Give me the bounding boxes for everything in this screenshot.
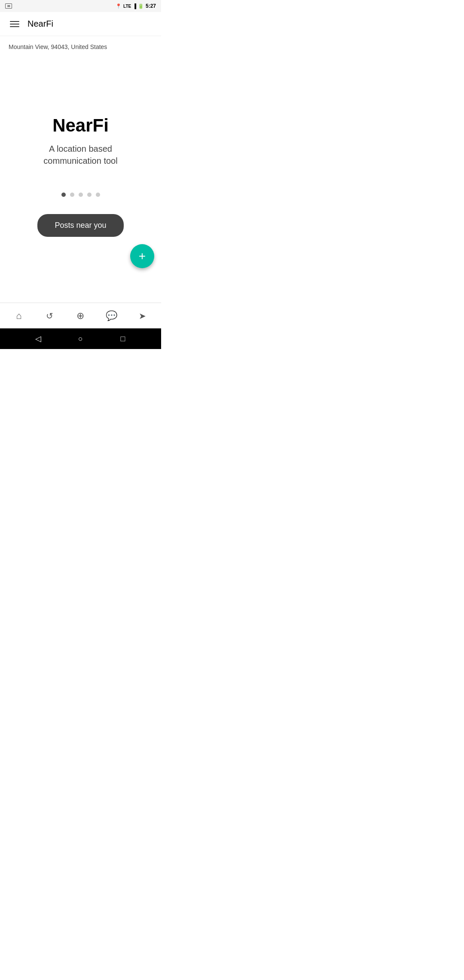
nav-nearby[interactable]: ➤ bbox=[129, 306, 155, 326]
pagination-dots bbox=[61, 193, 100, 197]
menu-button[interactable] bbox=[7, 16, 22, 32]
main-content: NearFi A location based communication to… bbox=[0, 58, 161, 303]
fab-add-icon: + bbox=[139, 250, 146, 262]
mail-icon: ✉ bbox=[5, 3, 12, 9]
chat-icon: 💬 bbox=[106, 310, 117, 322]
brand-subtitle: A location based communication tool bbox=[21, 143, 141, 167]
status-bar-right: 📍 LTE ▐ 🔋 5:27 bbox=[116, 3, 156, 9]
status-bar-left: ✉ bbox=[5, 3, 12, 9]
nav-chat[interactable]: 💬 bbox=[98, 306, 124, 326]
location-nav-icon: ➤ bbox=[139, 311, 146, 321]
location-icon: 📍 bbox=[116, 3, 122, 9]
brand-title: NearFi bbox=[52, 115, 109, 136]
location-bar: Mountain View, 94043, United States bbox=[0, 36, 161, 58]
add-circle-icon: ⊕ bbox=[76, 310, 84, 322]
dot-4[interactable] bbox=[87, 193, 92, 197]
signal-icon: ▐ bbox=[133, 3, 136, 9]
dot-5[interactable] bbox=[96, 193, 100, 197]
nav-history[interactable]: ↺ bbox=[37, 306, 63, 326]
hamburger-line-2 bbox=[10, 24, 19, 24]
status-time: 5:27 bbox=[146, 3, 156, 9]
bottom-nav: ⌂ ↺ ⊕ 💬 ➤ bbox=[0, 303, 161, 328]
fab-add-button[interactable]: + bbox=[130, 244, 154, 268]
android-back-button[interactable]: ◁ bbox=[30, 330, 47, 347]
action-area: Posts near you bbox=[37, 214, 123, 245]
lte-indicator: LTE bbox=[123, 4, 131, 9]
android-recents-button[interactable]: □ bbox=[114, 330, 131, 347]
history-icon: ↺ bbox=[46, 311, 53, 321]
app-bar: NearFi bbox=[0, 12, 161, 36]
nav-home[interactable]: ⌂ bbox=[6, 306, 32, 326]
dot-3[interactable] bbox=[79, 193, 83, 197]
home-icon: ⌂ bbox=[16, 310, 21, 322]
status-bar: ✉ 📍 LTE ▐ 🔋 5:27 bbox=[0, 0, 161, 12]
hamburger-line-1 bbox=[10, 21, 19, 22]
battery-icon: 🔋 bbox=[138, 3, 144, 9]
dot-2[interactable] bbox=[70, 193, 74, 197]
hamburger-line-3 bbox=[10, 26, 19, 27]
android-nav-bar: ◁ ○ □ bbox=[0, 328, 161, 349]
app-bar-title: NearFi bbox=[27, 19, 53, 29]
dot-1[interactable] bbox=[61, 193, 66, 197]
posts-near-you-button[interactable]: Posts near you bbox=[37, 214, 123, 237]
nav-add[interactable]: ⊕ bbox=[67, 306, 93, 326]
location-text: Mountain View, 94043, United States bbox=[9, 43, 107, 50]
android-home-button[interactable]: ○ bbox=[72, 330, 89, 347]
